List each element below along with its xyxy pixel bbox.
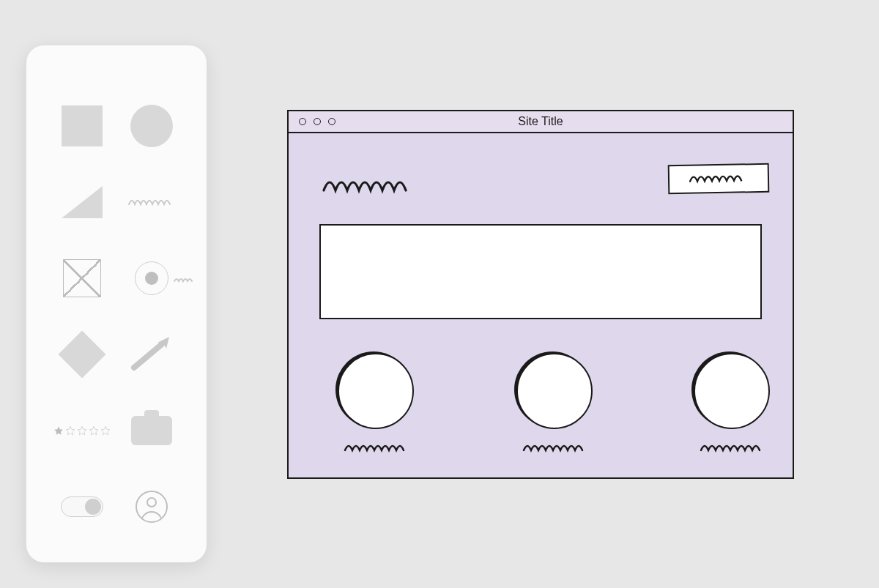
- window-titlebar: Site Title: [289, 111, 793, 133]
- shape-arrow[interactable]: [122, 328, 181, 381]
- star-icon: [77, 425, 87, 436]
- shape-image-placeholder[interactable]: [53, 252, 111, 305]
- shapes-palette: [26, 45, 207, 562]
- mockup-page: [289, 133, 793, 477]
- hero-image-placeholder[interactable]: [319, 224, 762, 319]
- shape-card[interactable]: [122, 404, 181, 457]
- feature-label-placeholder: [699, 442, 765, 454]
- shape-toggle[interactable]: [53, 480, 111, 533]
- shape-star-rating[interactable]: [53, 404, 111, 457]
- feature-1[interactable]: [333, 353, 419, 454]
- shape-avatar[interactable]: [122, 480, 181, 533]
- shape-triangle[interactable]: [53, 176, 111, 228]
- feature-icon-placeholder: [516, 353, 593, 429]
- star-icon: [53, 425, 64, 436]
- feature-2[interactable]: [511, 353, 598, 454]
- window-title: Site Title: [289, 115, 793, 128]
- cta-button-placeholder[interactable]: [668, 163, 770, 194]
- star-icon: [100, 425, 111, 436]
- feature-3[interactable]: [689, 353, 775, 454]
- shape-circle[interactable]: [122, 100, 181, 152]
- shape-scribble[interactable]: [122, 176, 181, 228]
- site-logo-placeholder[interactable]: [321, 174, 423, 199]
- feature-label-placeholder: [522, 442, 587, 454]
- star-icon: [65, 425, 75, 436]
- star-icon: [89, 425, 99, 436]
- mockup-browser-window[interactable]: Site Title: [287, 110, 794, 479]
- shape-square[interactable]: [53, 100, 111, 152]
- feature-label-placeholder: [343, 442, 409, 454]
- feature-icon-placeholder: [338, 353, 414, 429]
- shape-radio[interactable]: [122, 252, 181, 305]
- feature-icon-placeholder: [694, 353, 770, 429]
- shape-diamond[interactable]: [53, 328, 111, 381]
